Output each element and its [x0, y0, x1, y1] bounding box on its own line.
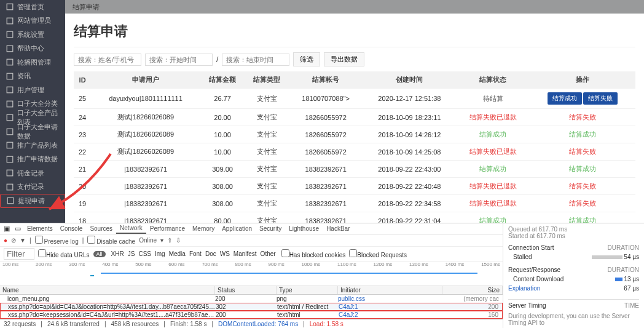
table-row: 22测试|1826602608910.00支付宝182660559722018-… [74, 143, 635, 161]
svg-rect-12 [7, 170, 13, 176]
op-cell: 结算失败 [529, 143, 635, 161]
status-cell: 结算失败已退款 [457, 109, 529, 126]
settle-fail-button[interactable]: 结算失败 [583, 92, 618, 105]
sidebar-item-label: 佣金记录 [17, 169, 44, 178]
svg-rect-1 [7, 18, 13, 24]
table-header: 申请用户 [91, 71, 200, 89]
op-cell: 结算失败 [529, 109, 635, 126]
svg-rect-4 [7, 59, 13, 65]
search-row: / 筛选 导出数据 [65, 52, 644, 71]
sidebar-item-2[interactable]: 系统设置 [0, 28, 65, 42]
search-start-input[interactable] [145, 54, 213, 66]
list-icon [6, 128, 14, 135]
money-icon [6, 169, 14, 177]
table-row: 18|1838239267180.00支付宝183823926712018-09… [74, 212, 635, 223]
sidebar-item-label: 口子大全分类 [17, 99, 58, 108]
table-header: 创建时间 [363, 71, 457, 89]
edit-icon [7, 197, 14, 204]
sidebar-item-label: 轮播图管理 [17, 58, 51, 67]
topbar: 结算申请 [65, 0, 644, 14]
op-cell: 结算成功 [529, 212, 635, 223]
op-cell: 结算失败 [529, 178, 635, 195]
money-icon [6, 183, 14, 191]
svg-rect-6 [7, 87, 13, 93]
sidebar-item-1[interactable]: 网站管理员 [0, 14, 65, 28]
table-header: 操作 [529, 71, 635, 89]
sidebar: 管理首页网站管理员系统设置帮助中心轮播图管理资讯用户管理口子大全分类口子大全产品… [0, 0, 65, 223]
sidebar-item-label: 推广产品列表 [17, 141, 58, 150]
table-row: 24测试|1826602608920.00支付宝182660559722018-… [74, 109, 635, 126]
svg-rect-8 [7, 114, 13, 121]
sidebar-item-label: 资讯 [17, 71, 31, 81]
settlement-table: ID申请用户结算金额结算类型结算帐号创建时间结算状态操作 25dayuxiyou… [74, 71, 635, 223]
breadcrumb: 结算申请 [73, 2, 100, 12]
list-icon [6, 156, 14, 163]
page-title: 结算申请 [74, 14, 635, 47]
sidebar-item-label: 用户管理 [17, 86, 44, 95]
table-header: 结算状态 [457, 71, 529, 89]
table-row: 25dayuxiyou|1801111111126.77支付宝181007070… [74, 89, 635, 109]
list-icon [6, 114, 14, 121]
op-cell: 结算成功 [529, 126, 635, 143]
sidebar-item-label: 网站管理员 [17, 16, 51, 25]
status-cell: 待结算 [457, 89, 529, 109]
svg-rect-11 [7, 156, 13, 162]
svg-rect-7 [7, 101, 13, 107]
sidebar-item-0[interactable]: 管理首页 [0, 0, 65, 14]
table-row: 21|18382392671309.00支付宝183823926712018-0… [74, 161, 635, 178]
search-name-input[interactable] [74, 54, 141, 66]
sidebar-item-10[interactable]: 推广产品列表 [0, 138, 65, 153]
svg-rect-5 [7, 73, 13, 79]
op-cell: 结算成功结算失败 [529, 89, 635, 109]
table-header: 结算金额 [200, 71, 245, 89]
sidebar-item-13[interactable]: 支付记录 [0, 180, 65, 194]
svg-rect-9 [7, 129, 13, 135]
svg-rect-13 [7, 184, 13, 190]
status-cell: 结算失败已退款 [457, 143, 529, 161]
op-cell: 结算成功 [529, 161, 635, 178]
sidebar-item-4[interactable]: 轮播图管理 [0, 55, 65, 70]
sidebar-item-9[interactable]: 口子大全申请数据 [0, 125, 65, 139]
table-row: 20|18382392671308.00支付宝183823926712018-0… [74, 178, 635, 195]
table-row: 19|18382392671308.00支付宝183823926712018-0… [74, 195, 635, 212]
sidebar-item-5[interactable]: 资讯 [0, 70, 65, 84]
status-cell: 结算成功 [457, 126, 529, 143]
status-cell: 结算失败已退款 [457, 178, 529, 195]
sidebar-item-label: 提现申请 [18, 196, 45, 206]
settle-success-button[interactable]: 结算成功 [548, 92, 582, 105]
sidebar-item-label: 支付记录 [17, 182, 44, 191]
svg-rect-2 [7, 31, 13, 38]
home-icon [6, 3, 14, 10]
image-icon [6, 58, 14, 66]
sidebar-item-label: 管理首页 [17, 2, 44, 12]
gear-icon [6, 31, 14, 38]
sidebar-item-12[interactable]: 佣金记录 [0, 166, 65, 180]
doc-icon [6, 73, 14, 80]
table-header: 结算类型 [245, 71, 289, 89]
sidebar-item-3[interactable]: 帮助中心 [0, 42, 65, 56]
sidebar-item-6[interactable]: 用户管理 [0, 83, 65, 97]
svg-rect-0 [7, 4, 13, 10]
sidebar-item-11[interactable]: 推广申请数据 [0, 153, 65, 167]
table-header: 结算帐号 [289, 71, 363, 89]
search-end-input[interactable] [222, 54, 289, 66]
filter-button[interactable]: 筛选 [293, 52, 320, 66]
help-icon [6, 45, 14, 52]
svg-rect-10 [7, 142, 13, 148]
svg-rect-3 [7, 46, 13, 52]
sidebar-item-14[interactable]: 提现申请 [0, 194, 65, 208]
status-cell: 结算失败已退款 [457, 195, 529, 212]
users-icon [6, 86, 14, 94]
svg-rect-14 [7, 198, 14, 204]
sidebar-item-label: 推广申请数据 [17, 154, 58, 164]
op-cell: 结算失败 [529, 195, 635, 212]
list-icon [6, 100, 14, 108]
sidebar-item-label: 口子大全申请数据 [17, 122, 59, 141]
export-button[interactable]: 导出数据 [324, 52, 364, 66]
sidebar-item-label: 系统设置 [17, 30, 44, 39]
table-header: ID [74, 71, 91, 89]
list-icon [6, 142, 14, 149]
status-cell: 结算成功 [457, 161, 529, 178]
sidebar-item-label: 帮助中心 [17, 44, 44, 53]
user-icon [6, 17, 14, 25]
